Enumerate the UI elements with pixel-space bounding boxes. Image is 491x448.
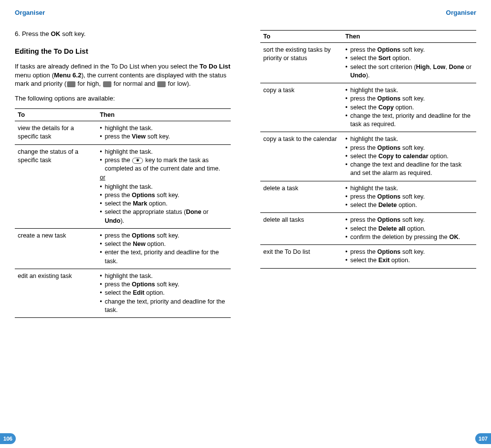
bold-text: Done [449, 64, 464, 70]
action-item: press the Options soft key. [100, 191, 228, 200]
cell-to: copy a task to the calendar [260, 132, 342, 181]
action-item: highlight the task. [345, 184, 473, 193]
cell-then: highlight the task.press the Options sof… [342, 83, 476, 132]
bold-text: Copy [378, 104, 393, 111]
intro-para-2: The following options are available: [15, 94, 231, 103]
intro-1d: for high, [76, 80, 103, 87]
bold-text: Options [377, 193, 400, 200]
action-list: press the Options soft key.select the De… [345, 216, 473, 241]
action-list: highlight the task.press the ✱ key to ma… [100, 148, 228, 173]
action-item: select the Copy to calendar option. [345, 152, 473, 161]
cell-then: highlight the task.press the ✱ key to ma… [97, 144, 231, 228]
th-to-r: To [260, 31, 342, 43]
cell-then: highlight the task.press the View soft k… [97, 121, 231, 145]
page-left: Organiser 6. Press the OK soft key. Edit… [0, 0, 246, 448]
bold-text: OK [449, 234, 458, 241]
page-header-right: Organiser [260, 9, 476, 16]
action-list: highlight the task.press the Options sof… [345, 86, 473, 129]
intro-bold2: Menu 6.2 [54, 71, 82, 79]
action-item: enter the text, priority and deadline fo… [100, 248, 228, 266]
bold-text: Options [377, 95, 400, 102]
bold-text: Options [377, 144, 400, 151]
action-item: press the Options soft key. [345, 46, 473, 54]
section-title: Editing the To Do List [15, 47, 231, 55]
action-item: highlight the task. [345, 135, 473, 143]
bold-text: High [416, 64, 430, 70]
action-item: highlight the task. [100, 124, 228, 133]
table-row: exit the To Do listpress the Options sof… [260, 245, 476, 269]
step-suffix: soft key. [60, 30, 85, 37]
action-item: select the Mark option. [100, 200, 228, 208]
step-6: 6. Press the OK soft key. [15, 30, 231, 37]
table-row: delete all taskspress the Options soft k… [260, 213, 476, 245]
bold-text: Sort [378, 55, 390, 62]
th-then-r: Then [342, 31, 476, 43]
cell-to: create a new task [15, 228, 97, 269]
action-item: select the Delete option. [345, 201, 473, 209]
table-row: sort the existing tasks by priority or s… [260, 43, 476, 83]
action-item: press the Options soft key. [345, 248, 473, 256]
table-row: view the details for a specific taskhigh… [15, 121, 231, 145]
action-item: highlight the task. [100, 272, 228, 280]
table-row: copy a taskhighlight the task.press the … [260, 83, 476, 132]
cell-then: highlight the task.press the Options sof… [342, 181, 476, 213]
cell-then: press the Options soft key.select the Ex… [342, 245, 476, 269]
action-list: press the Options soft key.select the Ex… [345, 248, 473, 265]
th-to: To [15, 109, 97, 121]
action-item: change the text, priority and deadline f… [100, 298, 228, 315]
action-item: press the Options soft key. [345, 144, 473, 152]
intro-bold1: To Do List [200, 63, 231, 70]
bold-text: Low [433, 64, 446, 70]
action-item: press the Options soft key. [345, 216, 473, 224]
table-row: delete a taskhighlight the task.press th… [260, 181, 476, 213]
bold-text: Mark [133, 200, 147, 207]
page-right: Organiser To Then sort the existing task… [246, 0, 491, 448]
action-list: press the Options soft key.select the Ne… [100, 232, 228, 266]
action-item: confirm the deletion by pressing the OK. [345, 233, 473, 241]
bold-text: Options [132, 192, 155, 199]
cell-to: change the status of a specific task [15, 144, 97, 228]
page-number-right: 107 [475, 433, 491, 444]
action-item: press the Options soft key. [345, 95, 473, 103]
action-item: highlight the task. [100, 148, 228, 156]
action-item: press the Options soft key. [100, 280, 228, 289]
action-item: change the text, priority and deadline f… [345, 112, 473, 129]
table-row: create a new taskpress the Options soft … [15, 228, 231, 269]
action-item: press the ✱ key to mark the task as comp… [100, 156, 228, 173]
bold-text: Undo [350, 72, 366, 79]
bold-text: Undo [105, 217, 120, 224]
intro-para-1: If tasks are already defined in the To D… [15, 62, 231, 88]
table-row: change the status of a specific taskhigh… [15, 144, 231, 228]
action-item: select the Edit option. [100, 289, 228, 297]
action-item: select the Copy option. [345, 103, 473, 112]
cell-to: copy a task [260, 83, 342, 132]
cell-to: delete a task [260, 181, 342, 213]
action-item: change the text and deadline for the tas… [345, 161, 473, 178]
star-key-icon: ✱ [132, 158, 143, 164]
table-row: edit an existing taskhighlight the task.… [15, 269, 231, 317]
intro-1b: menu option ( [15, 71, 54, 79]
action-list: highlight the task.press the Options sof… [345, 135, 473, 177]
priority-high-icon [67, 81, 75, 87]
bold-text: Options [377, 46, 400, 53]
action-item: highlight the task. [345, 86, 473, 95]
bold-text: New [133, 241, 145, 247]
action-item: select the New option. [100, 240, 228, 248]
cell-to: view the details for a specific task [15, 121, 97, 145]
table-row: copy a task to the calendarhighlight the… [260, 132, 476, 181]
intro-1a: If tasks are already defined in the To D… [15, 63, 200, 70]
cell-then: press the Options soft key.select the De… [342, 213, 476, 245]
bold-text: View [132, 133, 145, 140]
page-spread: Organiser 6. Press the OK soft key. Edit… [0, 0, 491, 448]
options-table-right: To Then sort the existing tasks by prior… [260, 30, 476, 269]
cell-then: highlight the task.press the Options sof… [97, 269, 231, 317]
action-item: select the Exit option. [345, 256, 473, 265]
action-item: select the sort criterion (High, Low, Do… [345, 63, 473, 80]
action-list: highlight the task.press the Options sof… [345, 184, 473, 210]
cell-to: exit the To Do list [260, 245, 342, 269]
bold-text: Delete [378, 202, 397, 208]
bold-text: Edit [133, 289, 144, 296]
or-separator: or [100, 173, 228, 182]
bold-text: Done [186, 208, 201, 215]
action-list: highlight the task.press the Options sof… [100, 183, 228, 225]
